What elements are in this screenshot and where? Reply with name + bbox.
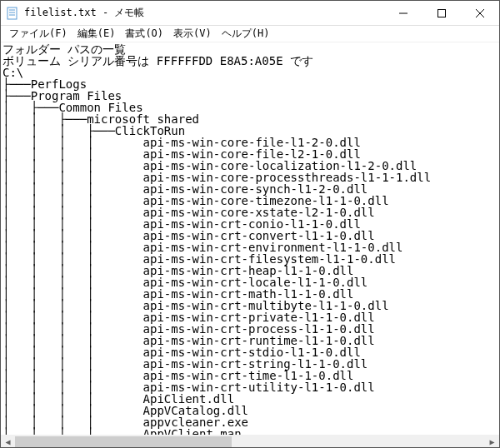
close-button[interactable] (461, 1, 499, 25)
menu-format[interactable]: 書式(O) (120, 27, 168, 41)
menu-view[interactable]: 表示(V) (168, 27, 217, 41)
maximize-button[interactable] (422, 1, 461, 25)
window-title: filelist.txt - メモ帳 (24, 6, 384, 20)
text-content[interactable]: フォルダー パスの一覧 ボリューム シリアル番号は FFFFFFDD E8A5:… (1, 42, 499, 435)
title-bar: filelist.txt - メモ帳 (1, 1, 499, 26)
menu-help[interactable]: ヘルプ(H) (217, 27, 275, 41)
svg-rect-0 (8, 7, 17, 19)
window-controls (384, 1, 499, 25)
horizontal-scrollbar[interactable]: ◀ ▶ (1, 435, 499, 448)
scroll-right-arrow[interactable]: ▶ (485, 435, 499, 448)
notepad-icon (6, 7, 19, 20)
menu-edit[interactable]: 編集(E) (72, 27, 121, 41)
minimize-button[interactable] (384, 1, 422, 25)
menu-bar: ファイル(F) 編集(E) 書式(O) 表示(V) ヘルプ(H) (1, 26, 499, 42)
scroll-left-arrow[interactable]: ◀ (1, 435, 15, 448)
menu-file[interactable]: ファイル(F) (4, 27, 72, 41)
svg-rect-5 (438, 9, 446, 17)
scroll-thumb[interactable] (15, 436, 232, 447)
